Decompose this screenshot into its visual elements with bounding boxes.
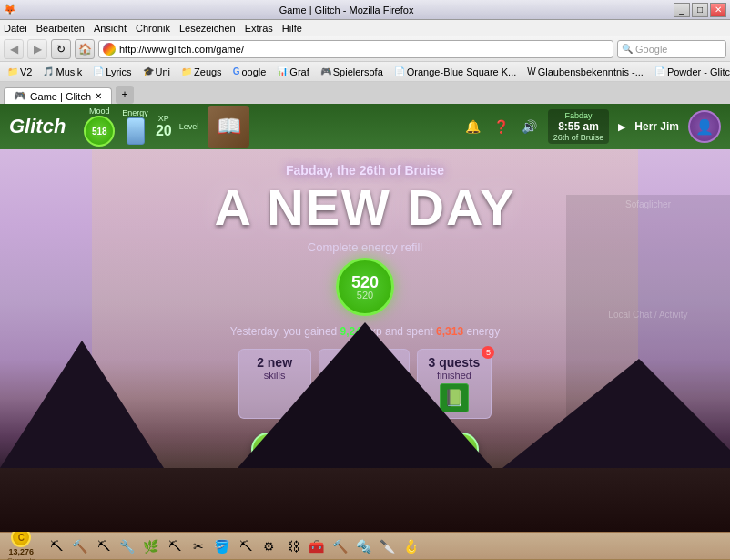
toolbar: C 13,276 Currants ⛏ 🔨 ⛏ 🔧 🌿 ⛏ ✂ 🪣 ⛏ ⚙ ⛓ … bbox=[0, 532, 730, 559]
avatar-decoration: 📖 bbox=[208, 106, 249, 148]
game-container: Glitch Mood 518 Energy XP 20 Level bbox=[0, 104, 730, 532]
xp-value: 20 bbox=[156, 123, 172, 139]
help-icon[interactable]: ❓ bbox=[492, 117, 511, 136]
tool-box[interactable]: 🧰 bbox=[307, 536, 327, 556]
tool-hook[interactable]: 🪝 bbox=[401, 536, 421, 556]
tool-hammer[interactable]: 🔨 bbox=[70, 536, 90, 556]
tool-chain[interactable]: ⛓ bbox=[283, 536, 303, 556]
tool-pickaxe-4[interactable]: ⛏ bbox=[236, 536, 256, 556]
bookmark-uni[interactable]: 🎓Uni bbox=[139, 64, 175, 80]
menu-hilfe[interactable]: Hilfe bbox=[282, 23, 302, 34]
tab-title: Game | Glitch bbox=[30, 91, 91, 102]
forward-button[interactable]: ▶ bbox=[27, 39, 47, 59]
time-value: 8:55 am bbox=[553, 120, 604, 133]
tool-knife[interactable]: 🔪 bbox=[378, 536, 398, 556]
refresh-button[interactable]: ↻ bbox=[51, 39, 71, 59]
menu-bar: Datei Bearbeiten Ansicht Chronik Lesezei… bbox=[0, 20, 730, 36]
menu-extras[interactable]: Extras bbox=[245, 23, 273, 34]
bookmarks-bar: 📁V2 🎵Musik 📄Lyrics 🎓Uni 📁Zeugs Google 📊G… bbox=[0, 62, 730, 82]
game-background: Sofaglicher Local Chat / Activity Fabday… bbox=[0, 149, 730, 532]
book-avatar: 📖 bbox=[208, 106, 249, 148]
bookmark-google[interactable]: Google bbox=[229, 64, 270, 80]
mood-label: Mood bbox=[89, 107, 110, 116]
nav-bar: ◀ ▶ ↻ 🏠 http://www.glitch.com/game/ 🔍 Go… bbox=[0, 36, 730, 62]
datetime-label: Fabday bbox=[553, 111, 604, 120]
search-bar[interactable]: 🔍 Google bbox=[617, 40, 726, 58]
title-bar: 🦊 Game | Glitch - Mozilla Firefox _ □ ✕ bbox=[0, 0, 730, 20]
day-title: A NEW DAY bbox=[214, 182, 515, 233]
bookmark-spielersofa[interactable]: 🎮Spielersofa bbox=[317, 64, 387, 80]
menu-ansicht[interactable]: Ansicht bbox=[94, 23, 127, 34]
day-subtitle: Fabday, the 26th of Bruise bbox=[286, 163, 444, 178]
player-name: Herr Jim bbox=[634, 120, 679, 133]
title-bar-text: Game | Glitch - Mozilla Firefox bbox=[19, 5, 674, 15]
bookmark-powder[interactable]: 📄Powder - Glitch Strate... bbox=[651, 64, 730, 80]
tab-bar: 🎮 Game | Glitch ✕ + bbox=[0, 82, 730, 104]
stats-area: Mood 518 Energy XP 20 Level bbox=[84, 107, 198, 147]
energy-circle: 520 520 bbox=[336, 258, 394, 316]
header-right: 🔔 ❓ 🔊 Fabday 8:55 am 26th of Bruise ▶ He… bbox=[463, 109, 721, 144]
tool-pickaxe-2[interactable]: ⛏ bbox=[94, 536, 114, 556]
bookmark-graf[interactable]: 📊Graf bbox=[273, 64, 312, 80]
menu-bearbeiten[interactable]: Bearbeiten bbox=[36, 23, 85, 34]
game-header: Glitch Mood 518 Energy XP 20 Level bbox=[0, 104, 730, 149]
bookmark-musik[interactable]: 🎵Musik bbox=[39, 64, 86, 80]
search-icon: 🔍 bbox=[622, 44, 633, 54]
player-avatar[interactable]: 👤 bbox=[688, 110, 721, 143]
bookmark-v2[interactable]: 📁V2 bbox=[4, 64, 35, 80]
date-value: 26th of Bruise bbox=[553, 133, 604, 142]
currency-area: C 13,276 Currants bbox=[7, 527, 35, 560]
level-label: Level bbox=[179, 122, 199, 131]
bookmark-lyrics[interactable]: 📄Lyrics bbox=[89, 64, 135, 80]
tool-plant[interactable]: 🌿 bbox=[141, 536, 161, 556]
energy-max: 520 bbox=[357, 290, 373, 300]
mountain-center bbox=[206, 322, 524, 468]
glitch-logo: Glitch bbox=[9, 115, 66, 138]
address-bar[interactable]: http://www.glitch.com/game/ bbox=[98, 40, 613, 58]
search-placeholder: Google bbox=[635, 44, 667, 55]
ground bbox=[0, 468, 730, 532]
currency-value: 13,276 bbox=[9, 547, 35, 556]
notification-icon[interactable]: 🔔 bbox=[463, 117, 482, 136]
mountain-right bbox=[475, 359, 730, 468]
xp-label: XP bbox=[158, 114, 169, 123]
mountains bbox=[0, 331, 730, 468]
minimize-button[interactable]: _ bbox=[674, 3, 690, 17]
bookmark-zeugs[interactable]: 📁Zeugs bbox=[177, 64, 226, 80]
site-icon bbox=[103, 43, 116, 56]
title-bar-buttons: _ □ ✕ bbox=[674, 3, 726, 17]
maximize-button[interactable]: □ bbox=[692, 3, 708, 17]
tool-pickaxe-1[interactable]: ⛏ bbox=[46, 536, 66, 556]
active-tab[interactable]: 🎮 Game | Glitch ✕ bbox=[4, 87, 112, 104]
tool-mallet[interactable]: 🔨 bbox=[330, 536, 350, 556]
url-text: http://www.glitch.com/game/ bbox=[119, 44, 244, 55]
home-button[interactable]: 🏠 bbox=[75, 39, 95, 59]
menu-lesezeichen[interactable]: Lesezeichen bbox=[179, 23, 236, 34]
energy-label: Energy bbox=[122, 108, 148, 117]
menu-chronik[interactable]: Chronik bbox=[136, 23, 170, 34]
sound-icon[interactable]: 🔊 bbox=[520, 117, 539, 136]
tool-gear[interactable]: ⚙ bbox=[259, 536, 279, 556]
energy-icon bbox=[127, 117, 145, 145]
bookmark-glauben[interactable]: WGlaubensbekenntnis -... bbox=[523, 64, 647, 80]
menu-datei[interactable]: Datei bbox=[4, 23, 27, 34]
energy-circle-container: 520 520 bbox=[336, 258, 394, 316]
tab-favicon: 🎮 bbox=[14, 90, 26, 102]
complete-text: Complete energy refill bbox=[308, 240, 422, 254]
back-button[interactable]: ◀ bbox=[4, 39, 24, 59]
tool-pickaxe-3[interactable]: ⛏ bbox=[165, 536, 185, 556]
tab-close-button[interactable]: ✕ bbox=[95, 91, 102, 101]
energy-current: 520 bbox=[351, 274, 379, 290]
tool-wrench[interactable]: 🔧 bbox=[117, 536, 137, 556]
close-button[interactable]: ✕ bbox=[710, 3, 726, 17]
bookmark-orange[interactable]: 📄Orange-Blue Square K... bbox=[390, 64, 520, 80]
tool-scissors[interactable]: ✂ bbox=[188, 536, 208, 556]
player-name-arrow: ▶ bbox=[618, 121, 625, 133]
tool-bucket[interactable]: 🪣 bbox=[212, 536, 232, 556]
new-tab-button[interactable]: + bbox=[116, 86, 134, 104]
datetime-box: Fabday 8:55 am 26th of Bruise bbox=[548, 109, 610, 144]
mountain-left bbox=[0, 341, 273, 468]
title-bar-icon: 🦊 bbox=[4, 4, 16, 15]
currency-label: Currants bbox=[7, 556, 35, 560]
tool-tongs[interactable]: 🔩 bbox=[354, 536, 374, 556]
